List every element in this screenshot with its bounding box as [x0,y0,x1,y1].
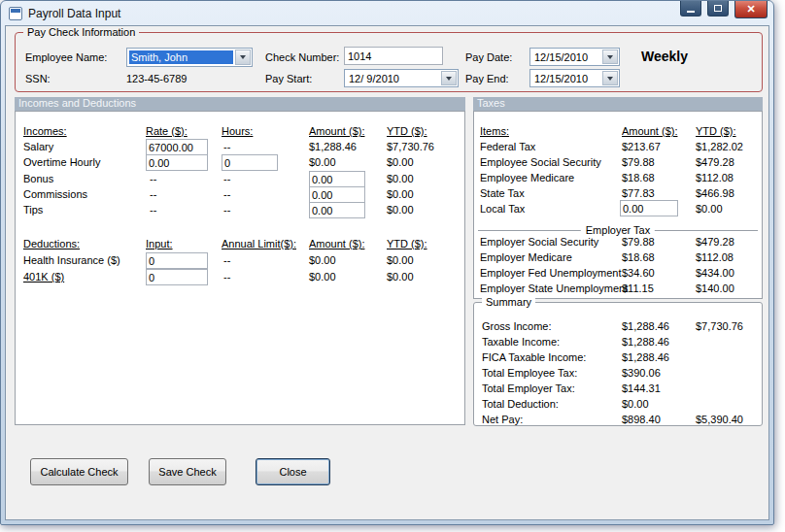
chevron-down-icon [240,55,246,59]
employer-fed-unemployment-amount: $34.60 [622,267,655,279]
close-button[interactable]: Close [256,458,330,485]
commissions-amount-input[interactable] [309,186,365,203]
employer-ss-label: Employer Social Security [480,236,598,248]
ded-amount-col-header: Amount ($): [309,238,364,249]
ded-ytd-col-header: YTD ($): [387,238,427,249]
total-deduction-label: Total Deduction: [482,398,559,410]
k401-input[interactable] [146,269,208,285]
total-deduction-amount: $0.00 [622,398,649,410]
federal-tax-label: Federal Tax [480,141,535,152]
overtime-label: Overtime Hourly [23,156,100,168]
incomes-col-header: Incomes: [23,125,67,137]
overtime-ytd-value: $0.00 [387,156,414,168]
chevron-down-icon [607,55,613,59]
close-window-button[interactable]: ✕ [734,1,768,18]
employee-name-select[interactable]: Smith, John [126,48,253,67]
net-pay-label: Net Pay: [482,414,523,425]
app-window: Payroll Data Input ✕ Pay Check Informati… [0,0,774,525]
employer-fed-unemployment-label: Employer Fed Unemployment [480,267,622,279]
pay-date-dropdown-button[interactable] [602,50,618,64]
check-number-label: Check Number: [265,51,339,63]
tips-label: Tips [23,204,43,216]
pay-end-label: Pay End: [465,73,509,84]
tax-items-col-header: Items: [480,125,509,137]
pay-end-picker[interactable]: 12/15/2010 [529,69,620,87]
salary-label: Salary [23,141,53,152]
commissions-rate-value: -- [150,188,156,200]
k401-link[interactable]: 401K ($) [23,271,64,283]
employee-name-dropdown-button[interactable] [235,50,251,65]
overtime-rate-input[interactable] [146,154,208,171]
title-bar[interactable]: Payroll Data Input ✕ [1,1,773,25]
employee-name-label: Employee Name: [25,51,107,63]
employee-medicare-ytd: $112.08 [696,172,734,183]
bonus-rate-value: -- [150,173,156,184]
amount-col-header: Amount ($): [309,125,364,137]
hours-col-header: Hours: [222,125,253,137]
employer-state-unemployment-label: Employer State Unemployment [480,283,628,294]
chevron-down-icon [607,77,613,81]
maximize-button[interactable] [707,1,729,17]
gross-income-ytd: $7,730.76 [696,320,743,332]
pay-date-label: Pay Date: [465,51,512,63]
paycheck-info-group: Pay Check Information Employee Name: Smi… [15,32,763,92]
window-title: Payroll Data Input [28,7,120,20]
minimize-button[interactable] [680,1,701,17]
pay-end-value: 12/15/2010 [532,72,600,84]
employee-name-value: Smith, John [129,50,233,64]
incomes-section-header: Incomes and Deductions [15,97,465,111]
rate-col-header: Rate ($): [146,125,188,137]
state-tax-amount: $77.83 [622,187,655,199]
local-tax-input[interactable] [620,200,678,216]
health-insurance-limit-value: -- [223,254,230,266]
minimize-icon [687,11,695,13]
form-client-area: Pay Check Information Employee Name: Smi… [5,25,769,520]
taxable-income-amount: $1,288.46 [622,336,669,348]
tips-amount-input[interactable] [309,202,365,218]
total-employer-tax-amount: $144.31 [622,382,661,394]
bonus-label: Bonus [23,173,53,184]
pay-date-picker[interactable]: 12/15/2010 [529,48,620,66]
close-icon: ✕ [746,3,755,16]
tax-ytd-col-header: YTD ($): [696,125,736,137]
taxable-income-label: Taxable Income: [482,336,560,348]
health-insurance-amount-value: $0.00 [309,254,336,266]
tips-hours-value: -- [223,204,230,216]
gross-income-label: Gross Income: [482,320,552,332]
save-check-button[interactable]: Save Check [149,458,226,485]
pay-start-value: 12/ 9/2010 [347,72,439,84]
pay-start-picker[interactable]: 12/ 9/2010 [344,69,459,87]
calculate-check-button[interactable]: Calculate Check [30,458,128,485]
pay-end-dropdown-button[interactable] [602,71,618,85]
k401-limit-value: -- [223,271,230,283]
employee-ss-ytd: $479.28 [696,156,734,168]
summary-group-label: Summary [482,296,535,308]
bonus-ytd-value: $0.00 [387,173,414,184]
employee-ss-amount: $79.88 [622,156,655,168]
commissions-ytd-value: $0.00 [387,188,414,200]
salary-amount-value: $1,288.46 [309,141,357,152]
overtime-hours-input[interactable] [222,154,278,171]
annual-limit-col-header: Annual Limit($): [222,238,296,249]
employee-medicare-label: Employee Medicare [480,172,574,183]
employer-ss-amount: $79.88 [622,236,655,248]
health-insurance-input[interactable] [146,252,208,269]
overtime-amount-value: $0.00 [309,156,336,168]
commissions-label: Commissions [23,188,87,200]
ssn-label: SSN: [25,73,51,84]
salary-rate-input[interactable] [146,139,208,155]
salary-hours-value: -- [223,141,230,152]
commissions-hours-value: -- [223,188,230,200]
health-insurance-ytd-value: $0.00 [387,254,414,266]
check-number-input[interactable] [344,47,443,65]
federal-tax-ytd: $1,282.02 [696,141,743,152]
employer-medicare-label: Employer Medicare [480,251,572,263]
fica-taxable-income-label: FICA Taxable Income: [482,351,586,363]
local-tax-ytd: $0.00 [696,203,723,215]
employer-tax-divider-label: Employer Tax [581,224,655,236]
paycheck-info-group-label: Pay Check Information [23,26,139,38]
pay-start-label: Pay Start: [265,73,312,84]
bonus-amount-input[interactable] [309,171,365,187]
pay-start-dropdown-button[interactable] [441,71,457,85]
desktop: { "window": { "title": "Payroll Data Inp… [0,0,785,532]
